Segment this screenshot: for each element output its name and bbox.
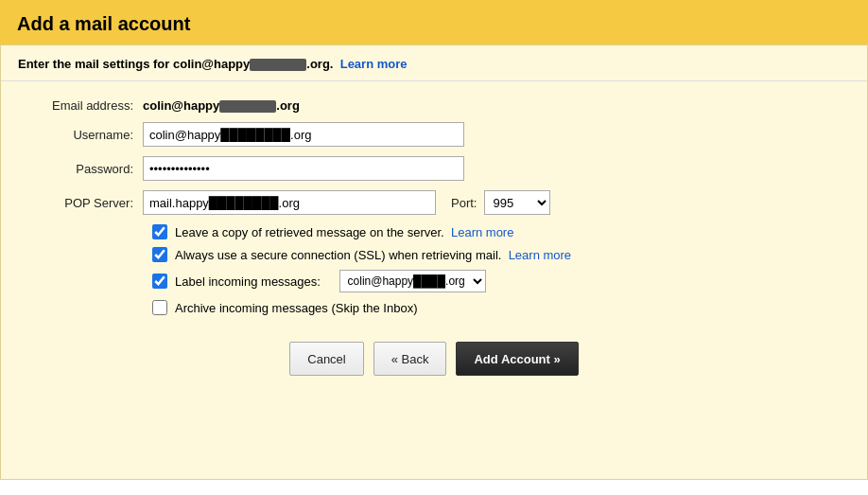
back-button[interactable]: « Back bbox=[373, 342, 447, 376]
checkbox3-row: Label incoming messages: colin@happy████… bbox=[152, 270, 839, 292]
redacted-email-domain bbox=[219, 100, 276, 113]
title-bar: Add a mail account bbox=[0, 0, 868, 44]
subtitle-bar: Enter the mail settings for colin@happy … bbox=[1, 45, 867, 81]
redacted-domain bbox=[250, 59, 306, 71]
subtitle-learn-more-link[interactable]: Learn more bbox=[340, 57, 408, 71]
page-title: Add a mail account bbox=[17, 13, 851, 35]
pop-server-input[interactable] bbox=[143, 190, 436, 215]
pop-row-inner: Port: 995 110 bbox=[143, 190, 550, 215]
checkbox2-label[interactable]: Always use a secure connection (SSL) whe… bbox=[175, 248, 571, 262]
password-row: Password: bbox=[29, 156, 839, 181]
checkbox1-label[interactable]: Leave a copy of retrieved message on the… bbox=[175, 225, 513, 239]
checkbox2[interactable] bbox=[152, 247, 167, 262]
checkbox4[interactable] bbox=[152, 300, 167, 315]
password-input[interactable] bbox=[143, 156, 464, 181]
buttons-row: Cancel « Back Add Account » bbox=[29, 342, 839, 376]
checkbox3-label[interactable]: Label incoming messages: bbox=[175, 274, 321, 289]
checkbox-section: Leave a copy of retrieved message on the… bbox=[152, 224, 839, 315]
email-label: Email address: bbox=[29, 98, 143, 113]
checkbox2-learn-more[interactable]: Learn more bbox=[509, 248, 571, 262]
checkbox4-label[interactable]: Archive incoming messages (Skip the Inbo… bbox=[175, 301, 418, 315]
checkbox1-row: Leave a copy of retrieved message on the… bbox=[152, 224, 839, 239]
password-label: Password: bbox=[29, 162, 143, 176]
label-incoming-select[interactable]: colin@happy████.org bbox=[339, 270, 486, 292]
form-area: Email address: colin@happy .org Username… bbox=[1, 81, 867, 385]
add-account-button[interactable]: Add Account » bbox=[456, 342, 578, 376]
checkbox1-learn-more[interactable]: Learn more bbox=[451, 225, 513, 239]
port-label: Port: bbox=[451, 196, 477, 210]
username-input[interactable] bbox=[143, 122, 464, 147]
subtitle-text: Enter the mail settings for colin@happy … bbox=[18, 57, 337, 71]
checkbox3[interactable] bbox=[152, 274, 167, 289]
port-select[interactable]: 995 110 bbox=[484, 190, 550, 215]
pop-server-row: POP Server: Port: 995 110 bbox=[29, 190, 839, 215]
pop-label: POP Server: bbox=[29, 196, 143, 210]
email-value: colin@happy .org bbox=[143, 98, 300, 113]
main-container: Enter the mail settings for colin@happy … bbox=[0, 44, 868, 480]
checkbox1[interactable] bbox=[152, 224, 167, 239]
username-label: Username: bbox=[29, 128, 143, 142]
cancel-button[interactable]: Cancel bbox=[289, 342, 363, 376]
username-row: Username: bbox=[29, 122, 839, 147]
checkbox4-row: Archive incoming messages (Skip the Inbo… bbox=[152, 300, 839, 315]
checkbox2-row: Always use a secure connection (SSL) whe… bbox=[152, 247, 839, 262]
email-row: Email address: colin@happy .org bbox=[29, 98, 839, 113]
